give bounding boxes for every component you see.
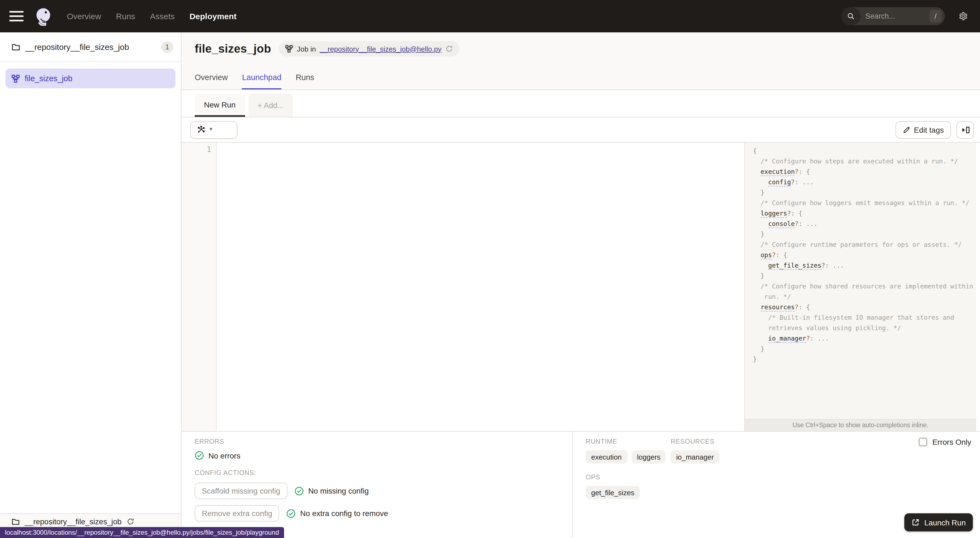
hamburger-menu-icon[interactable] [10,8,24,24]
sidebar-item-label: file_sizes_job [25,74,72,83]
config-schema-code: { /* Configure how steps are executed wi… [745,143,976,365]
pencil-icon [902,126,910,134]
scaffold-status-row: No missing config [294,486,369,495]
search-input[interactable]: Search... / [841,7,945,25]
left-sidebar: __repository__file_sizes_job 1 file_size… [0,32,181,538]
folder-icon [11,43,20,51]
errors-only-checkbox[interactable] [919,438,928,446]
top-nav: Overview Runs Assets Deployment Search..… [0,0,980,32]
job-header: file_sizes_job Job in __repository__file… [181,32,980,90]
sidebar-item-file-sizes-job[interactable]: file_sizes_job [5,68,175,88]
expand-panel-button[interactable] [956,121,974,138]
sidebar-repo-count-badge: 1 [161,41,173,53]
edit-tags-button[interactable]: Edit tags [895,121,951,138]
scaffold-row: Scaffold missing config No missing confi… [195,482,572,499]
errors-section: ERRORS No errors CONFIG ACTIONS: Scaffol… [181,431,573,538]
remove-row: Remove extra config No extra config to r… [195,505,572,522]
app-window: Overview Runs Assets Deployment Search..… [0,0,980,538]
job-icon [11,74,20,83]
autocomplete-hint: Use Ctrl+Space to show auto-completions … [745,419,976,431]
search-shortcut-badge: / [929,10,942,22]
config-actions-label: CONFIG ACTIONS: [195,469,572,477]
nav-links: Overview Runs Assets Deployment [67,11,237,21]
sidebar-repo-name: __repository__file_sizes_job [25,42,156,51]
launch-run-button[interactable]: Launch Run [905,513,973,532]
folder-icon [11,517,20,526]
tab-runs[interactable]: Runs [296,73,314,89]
ops-group: OPS get_file_sizes [586,473,980,499]
tag-pill[interactable]: get_file_sizes [586,486,640,499]
scaffold-status-text: No missing config [308,487,369,495]
resources-group: RESOURCES io_manager [671,438,756,463]
config-tab-new-run[interactable]: New Run [195,94,245,117]
tab-launchpad[interactable]: Launchpad [242,73,282,89]
reload-icon[interactable] [126,518,134,525]
errors-only-toggle: Errors Only [919,438,971,446]
launch-icon [912,518,920,527]
errors-only-label: Errors Only [932,438,971,446]
bottom-panel: ERRORS No errors CONFIG ACTIONS: Scaffol… [181,431,980,538]
no-errors-text: No errors [208,451,240,460]
nav-item-assets[interactable]: Assets [150,11,175,21]
tag-pill[interactable]: execution [586,450,627,463]
sidebar-repo-header[interactable]: __repository__file_sizes_job 1 [0,32,181,62]
runtime-label: RUNTIME [586,438,671,445]
job-origin-pill: Job in __repository__file_sizes_job@hell… [279,41,460,56]
remove-status-text: No extra config to remove [300,509,388,518]
resources-label: RESOURCES [671,438,756,445]
editor-gutter: 1 [181,143,216,431]
settings-gear-icon[interactable] [957,10,970,22]
no-errors-row: No errors [195,451,572,460]
runtime-tags: executionloggers [586,450,671,463]
check-circle-icon [294,486,304,495]
launch-run-label: Launch Run [924,518,966,527]
ops-tags: get_file_sizes [586,486,980,499]
op-selector-value: * [210,125,213,134]
status-url-text: localhost:3000/locations/__repository__f… [5,528,279,536]
check-circle-icon [195,451,204,460]
search-placeholder: Search... [865,12,929,20]
config-editor[interactable]: 1 { /* Configure how steps are executed … [181,143,980,431]
open-right-panel-icon [961,126,970,134]
nav-item-deployment[interactable]: Deployment [189,11,237,21]
edit-tags-label: Edit tags [914,125,944,134]
tab-overview[interactable]: Overview [195,73,228,89]
dagster-logo-icon[interactable] [34,7,52,25]
nav-item-runs[interactable]: Runs [116,11,135,21]
config-schema-panel: { /* Configure how steps are executed wi… [744,143,976,431]
job-icon [285,45,293,53]
op-selector-input[interactable]: * [190,121,237,138]
job-origin-prefix: Job in [297,45,316,53]
job-origin-link[interactable]: __repository__file_sizes_job@hello.py [320,45,441,53]
runtime-group: RUNTIME executionloggers [586,438,671,463]
launchpad-toolbar: * Edit tags [181,117,980,143]
errors-label: ERRORS [195,438,572,445]
resources-tags: io_manager [671,450,756,463]
op-selector-icon [196,125,205,134]
sidebar-footer-repo-name: __repository__file_sizes_job [25,517,121,526]
page-title: file_sizes_job [195,42,271,56]
launchpad-config-tabs: New Run + Add... [181,90,980,117]
remove-status-row: No extra config to remove [286,509,388,518]
tag-pill[interactable]: loggers [632,450,666,463]
job-tabs: Overview Launchpad Runs [195,73,314,89]
ops-label: OPS [586,473,980,481]
check-circle-icon [286,509,296,518]
status-url-tooltip: localhost:3000/locations/__repository__f… [0,527,284,538]
search-icon [841,7,861,25]
remove-extra-config-button[interactable]: Remove extra config [195,505,279,522]
line-number: 1 [181,143,216,154]
scaffold-missing-config-button[interactable]: Scaffold missing config [195,482,287,499]
nav-item-overview[interactable]: Overview [67,11,101,21]
tag-pill[interactable]: io_manager [671,450,719,463]
config-tab-add[interactable]: + Add... [248,94,293,117]
reload-icon[interactable] [445,45,453,53]
